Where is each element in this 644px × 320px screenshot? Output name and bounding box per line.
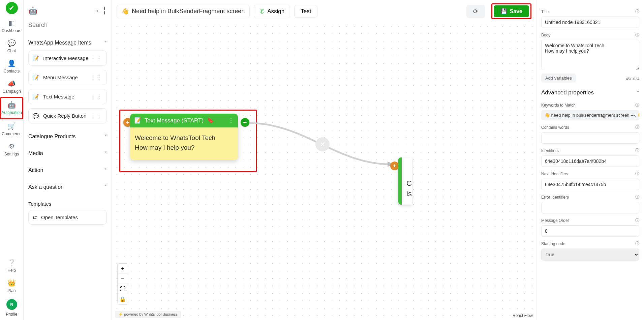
info-icon[interactable]: ⓘ bbox=[635, 241, 639, 246]
advanced-properties-toggle[interactable]: Advanced properties ˄ bbox=[541, 83, 639, 98]
starting-node-select[interactable]: true bbox=[541, 249, 639, 261]
templates-heading: Templates bbox=[28, 195, 107, 210]
avatar: N bbox=[6, 299, 17, 310]
next-identifiers-label: Next Identifiersⓘ bbox=[541, 171, 639, 177]
add-variables-button[interactable]: Add variables bbox=[541, 74, 576, 83]
section-action-label: Action bbox=[28, 167, 43, 173]
item-interactive-message[interactable]: 📝Interactive Message ⋮⋮ bbox=[28, 51, 107, 66]
chevron-up-icon: ˄ bbox=[104, 40, 107, 46]
identifiers-input[interactable] bbox=[541, 155, 639, 167]
info-icon[interactable]: ⓘ bbox=[635, 9, 639, 14]
node-title: Text Message (START) bbox=[145, 117, 204, 124]
right-node-preview[interactable]: C is bbox=[398, 157, 412, 205]
item-interactive-message-label: Interactive Message bbox=[43, 55, 88, 61]
bookmark-icon: 🔖 bbox=[207, 117, 214, 124]
info-icon[interactable]: ⓘ bbox=[635, 32, 639, 38]
node-body-text: Welcome to WhatsTool Tech How may I help… bbox=[130, 127, 238, 160]
right-node-text: C is bbox=[406, 178, 412, 199]
info-icon[interactable]: ⓘ bbox=[635, 124, 639, 130]
error-identifiers-label: Error Identifiersⓘ bbox=[541, 194, 639, 200]
keywords-value[interactable]: 👋 need help in bulksenderfragment screen… bbox=[541, 110, 639, 120]
quick-reply-icon: 💬 bbox=[33, 113, 39, 119]
node-header[interactable]: 📝 Text Message (START) 🔖 ⋮ bbox=[130, 114, 238, 127]
section-catalogue-label: Catalogue Products bbox=[28, 134, 76, 140]
open-templates-button[interactable]: 🗂 Open Templates bbox=[28, 210, 107, 225]
info-icon[interactable]: ⓘ bbox=[635, 217, 639, 223]
fit-view-button[interactable]: ⛶ bbox=[118, 284, 128, 294]
section-media[interactable]: Media ˅ bbox=[28, 144, 107, 161]
app-root: ✔ ◧Dashboard 💬Chat 👤Contacts 📣Campaign 🤖… bbox=[0, 0, 644, 320]
assign-label: Assign bbox=[267, 8, 284, 15]
open-templates-label: Open Templates bbox=[41, 214, 78, 220]
next-identifiers-input[interactable] bbox=[541, 179, 639, 190]
drag-handle-icon[interactable]: ⋮⋮ bbox=[90, 55, 102, 61]
body-textarea[interactable]: Welcome to WhatsTool Tech How may I help… bbox=[541, 40, 639, 70]
lock-button[interactable]: 🔒 bbox=[118, 294, 128, 304]
save-label: Save bbox=[510, 8, 522, 14]
test-button[interactable]: Test bbox=[294, 5, 317, 18]
powered-by: ⚡ powered by WhatsTool Business bbox=[115, 311, 181, 318]
campaign-icon: 📣 bbox=[0, 80, 23, 88]
item-menu-message[interactable]: 📝Menu Message ⋮⋮ bbox=[28, 70, 107, 85]
save-button[interactable]: 💾 Save bbox=[494, 5, 529, 17]
right-node-input-port[interactable]: + bbox=[390, 162, 399, 170]
contains-input[interactable] bbox=[541, 132, 639, 144]
contains-label: Contains wordsⓘ bbox=[541, 124, 639, 130]
nav-dashboard[interactable]: ◧Dashboard bbox=[0, 16, 23, 36]
nav-contacts[interactable]: 👤Contacts bbox=[0, 57, 23, 77]
flow-title[interactable]: 👋 Need help in BulkSenderFragment screen bbox=[117, 5, 250, 18]
starting-node-label: Starting nodeⓘ bbox=[541, 241, 639, 246]
section-ask[interactable]: Ask a question ˅ bbox=[28, 178, 107, 195]
section-whatsapp-items[interactable]: WhatsApp Message Items ˄ bbox=[28, 34, 107, 51]
edge-delete-button[interactable]: ✕ bbox=[315, 137, 330, 151]
react-flow-attribution: React Flow bbox=[513, 313, 533, 318]
search-input[interactable] bbox=[28, 18, 107, 34]
chevron-down-icon: ˅ bbox=[104, 168, 107, 173]
item-quick-reply[interactable]: 💬Quick Reply Button ⋮⋮ bbox=[28, 108, 107, 123]
nav-rail: ✔ ◧Dashboard 💬Chat 👤Contacts 📣Campaign 🤖… bbox=[0, 0, 24, 320]
nav-commerce-label: Commerce bbox=[2, 132, 22, 136]
text-message-node[interactable]: 📝 Text Message (START) 🔖 ⋮ Welcome to Wh… bbox=[130, 114, 238, 160]
nav-plan[interactable]: 👑Plan bbox=[0, 276, 23, 296]
drag-handle-icon[interactable]: ⋮⋮ bbox=[90, 74, 102, 81]
body-label: Bodyⓘ bbox=[541, 32, 639, 38]
nav-settings[interactable]: ⚙Settings bbox=[0, 140, 23, 160]
section-action[interactable]: Action ˅ bbox=[28, 161, 107, 178]
message-order-input[interactable] bbox=[541, 225, 639, 237]
nav-profile[interactable]: NProfile bbox=[0, 296, 23, 320]
assign-button[interactable]: ✆ Assign bbox=[254, 5, 290, 18]
info-icon[interactable]: ⓘ bbox=[635, 102, 639, 108]
nav-commerce[interactable]: 🛒Commerce bbox=[0, 119, 23, 140]
zoom-in-button[interactable]: + bbox=[118, 264, 128, 274]
title-input[interactable] bbox=[541, 17, 639, 28]
nav-help[interactable]: ❔Help bbox=[0, 256, 23, 276]
top-bar: 👋 Need help in BulkSenderFragment screen… bbox=[112, 0, 536, 21]
drag-handle-icon[interactable]: ⋮⋮ bbox=[90, 93, 102, 100]
nav-settings-label: Settings bbox=[4, 152, 19, 156]
info-icon[interactable]: ⓘ bbox=[635, 148, 639, 153]
message-icon: 📝 bbox=[33, 55, 39, 61]
reload-button[interactable]: ⟳ bbox=[466, 5, 485, 18]
info-icon[interactable]: ⓘ bbox=[635, 171, 639, 177]
section-whatsapp-items-label: WhatsApp Message Items bbox=[28, 40, 91, 46]
refresh-icon: ⟳ bbox=[473, 8, 478, 15]
properties-panel: Titleⓘ Bodyⓘ Welcome to WhatsTool Tech H… bbox=[536, 0, 644, 320]
nav-chat[interactable]: 💬Chat bbox=[0, 36, 23, 57]
zoom-out-button[interactable]: − bbox=[118, 274, 128, 284]
nav-campaign-label: Campaign bbox=[2, 89, 21, 94]
dashboard-icon: ◧ bbox=[0, 19, 23, 27]
drag-handle-icon[interactable]: ⋮⋮ bbox=[90, 113, 102, 119]
nav-chat-label: Chat bbox=[7, 49, 16, 53]
info-icon[interactable]: ⓘ bbox=[635, 194, 639, 200]
back-button[interactable]: ←╎ bbox=[95, 6, 107, 15]
node-output-port[interactable]: + bbox=[241, 118, 249, 127]
flow-canvas[interactable]: + 📝 Text Message (START) 🔖 ⋮ Welcome to … bbox=[113, 23, 536, 320]
error-identifiers-input[interactable] bbox=[541, 202, 639, 213]
node-menu-icon[interactable]: ⋮ bbox=[228, 117, 234, 124]
item-text-message[interactable]: 📝Text Message ⋮⋮ bbox=[28, 89, 107, 104]
section-catalogue[interactable]: Catalogue Products ˅ bbox=[28, 127, 107, 144]
chevron-down-icon: ˅ bbox=[104, 151, 107, 156]
nav-automation[interactable]: 🤖Automation bbox=[0, 97, 23, 119]
nav-campaign[interactable]: 📣Campaign bbox=[0, 77, 23, 97]
canvas-column: 👋 Need help in BulkSenderFragment screen… bbox=[112, 0, 536, 320]
